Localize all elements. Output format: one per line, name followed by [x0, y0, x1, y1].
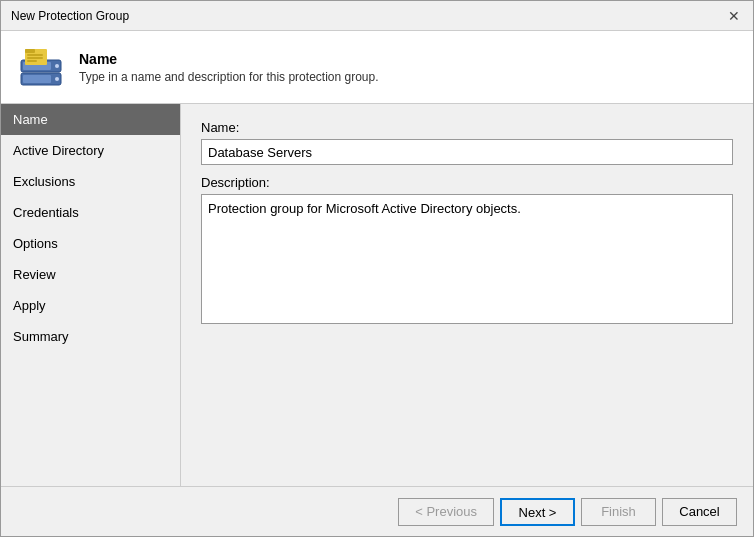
sidebar-item-apply[interactable]: Apply [1, 290, 180, 321]
cancel-button[interactable]: Cancel [662, 498, 737, 526]
next-button[interactable]: Next > [500, 498, 575, 526]
protection-group-icon [17, 43, 65, 91]
sidebar-item-credentials[interactable]: Credentials [1, 197, 180, 228]
name-input[interactable] [201, 139, 733, 165]
sidebar-item-exclusions[interactable]: Exclusions [1, 166, 180, 197]
svg-rect-9 [27, 57, 43, 59]
sidebar-item-name[interactable]: Name [1, 104, 180, 135]
svg-point-2 [55, 77, 59, 81]
footer: < Previous Next > Finish Cancel [1, 486, 753, 536]
svg-rect-10 [27, 60, 37, 62]
header-title: Name [79, 51, 379, 67]
finish-button[interactable]: Finish [581, 498, 656, 526]
dialog: New Protection Group ✕ [0, 0, 754, 537]
header-subtitle: Type in a name and description for this … [79, 70, 379, 84]
main-content: Name: Description: [181, 104, 753, 486]
sidebar-item-review[interactable]: Review [1, 259, 180, 290]
name-label: Name: [201, 120, 733, 135]
header-section: Name Type in a name and description for … [1, 31, 753, 104]
svg-point-5 [55, 64, 59, 68]
sidebar-item-options[interactable]: Options [1, 228, 180, 259]
description-label: Description: [201, 175, 733, 190]
title-bar: New Protection Group ✕ [1, 1, 753, 31]
sidebar: Name Active Directory Exclusions Credent… [1, 104, 181, 486]
sidebar-item-active-directory[interactable]: Active Directory [1, 135, 180, 166]
svg-rect-1 [23, 75, 51, 83]
dialog-title: New Protection Group [11, 9, 129, 23]
name-field-group: Name: [201, 120, 733, 165]
svg-rect-8 [27, 54, 43, 56]
svg-rect-7 [25, 49, 35, 53]
body: Name Active Directory Exclusions Credent… [1, 104, 753, 486]
header-text: Name Type in a name and description for … [79, 51, 379, 84]
description-field-group: Description: [201, 175, 733, 324]
previous-button[interactable]: < Previous [398, 498, 494, 526]
sidebar-item-summary[interactable]: Summary [1, 321, 180, 352]
description-input[interactable] [201, 194, 733, 324]
close-button[interactable]: ✕ [725, 7, 743, 25]
